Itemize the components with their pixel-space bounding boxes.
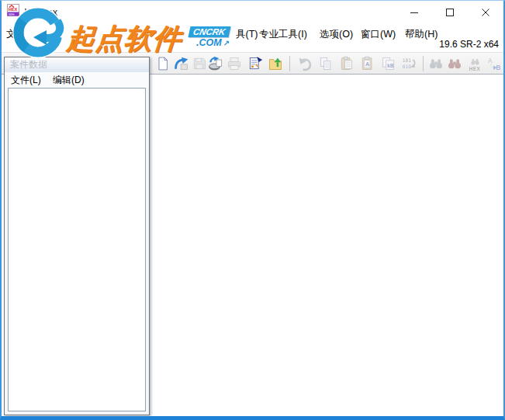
find-hex-label: HEX <box>469 67 480 71</box>
open-icon <box>174 56 189 71</box>
file-properties-icon <box>247 56 263 71</box>
find-hex-icon <box>469 57 482 67</box>
maximize-icon <box>432 1 468 24</box>
svg-text:A: A <box>488 57 493 64</box>
titlebar: HEX WH WinHex <box>2 1 503 24</box>
window-title: WinHex <box>25 7 57 18</box>
svg-text:101: 101 <box>403 57 412 63</box>
new-file-button[interactable] <box>154 54 172 73</box>
find-hex-button: HEX <box>465 54 484 73</box>
replace-text-button: AB <box>485 54 503 73</box>
new-file-icon <box>155 56 171 71</box>
binary-convert-button: 101010 <box>400 54 419 73</box>
winhex-window: HEX WH WinHex 文件(F)具(T)专业工具(I)选项(O)窗口(W)… <box>0 0 505 420</box>
winhex-app-icon: HEX WH <box>7 4 19 16</box>
paste-button <box>337 54 356 73</box>
copy-icon <box>318 56 334 71</box>
clipboard-text-icon: A <box>360 56 375 71</box>
svg-text:A: A <box>365 61 370 68</box>
toolbar-separator <box>289 56 290 71</box>
maximize-button[interactable] <box>432 1 468 24</box>
panel-menu-item-0[interactable]: 文件(L) <box>11 72 41 88</box>
print-icon <box>227 56 242 71</box>
undo-icon <box>298 56 313 71</box>
clipboard-text-button: A <box>358 54 377 73</box>
find-hex-alt-button <box>445 54 464 73</box>
copy-button <box>316 54 335 73</box>
caption-buttons <box>396 1 503 24</box>
paste-icon <box>339 56 355 71</box>
svg-text:HEX: HEX <box>9 7 18 12</box>
folder-import-button[interactable] <box>266 54 285 73</box>
panel-title: 案件数据 <box>10 59 47 70</box>
find-text-button <box>427 54 445 73</box>
copy-block-icon: kB <box>381 56 396 71</box>
folder-import-icon <box>268 56 283 71</box>
minimize-button[interactable] <box>396 1 432 24</box>
file-properties-button[interactable] <box>246 54 265 73</box>
close-button[interactable] <box>468 1 503 24</box>
replace-text-icon: AB <box>486 56 502 71</box>
menu-item-2[interactable]: 专业工具(I) <box>258 27 309 42</box>
svg-text:010: 010 <box>403 64 412 69</box>
case-data-panel: 案件数据 文件(L)编辑(D) <box>4 57 150 415</box>
print-button <box>225 54 244 73</box>
menu-bar: 文件(F)具(T)专业工具(I)选项(O)窗口(W)帮助(H) <box>2 24 503 43</box>
svg-text:kB: kB <box>387 63 394 68</box>
version-label: 19.6 SR-2 x64 <box>439 39 499 50</box>
svg-text:B: B <box>496 64 501 71</box>
toolbar-separator <box>423 56 424 71</box>
close-icon <box>468 1 503 24</box>
menu-item-3[interactable]: 选项(O) <box>318 27 355 42</box>
panel-titlebar[interactable]: 案件数据 <box>5 57 149 72</box>
menu-item-0[interactable]: 文件(F) <box>5 27 40 42</box>
copy-block-button: kB <box>379 54 398 73</box>
open-button[interactable] <box>172 54 191 73</box>
panel-menu-item-1[interactable]: 编辑(D) <box>53 72 85 88</box>
find-hex-alt-icon <box>447 56 462 71</box>
open-disk-icon <box>209 56 224 71</box>
menu-item-5[interactable]: 帮助(H) <box>403 27 439 42</box>
menu-item-4[interactable]: 窗口(W) <box>359 27 397 42</box>
open-disk-button[interactable] <box>207 54 226 73</box>
menu-item-1[interactable]: 具(T) <box>234 27 259 42</box>
undo-button <box>296 54 315 73</box>
binary-convert-icon: 101010 <box>402 56 417 71</box>
find-text-icon <box>428 56 444 71</box>
svg-text:WH: WH <box>9 12 14 16</box>
save-icon <box>192 56 207 71</box>
minimize-icon <box>396 1 432 24</box>
case-data-list[interactable] <box>8 88 146 411</box>
panel-menu-bar: 文件(L)编辑(D) <box>5 72 149 88</box>
save-button <box>190 54 209 73</box>
